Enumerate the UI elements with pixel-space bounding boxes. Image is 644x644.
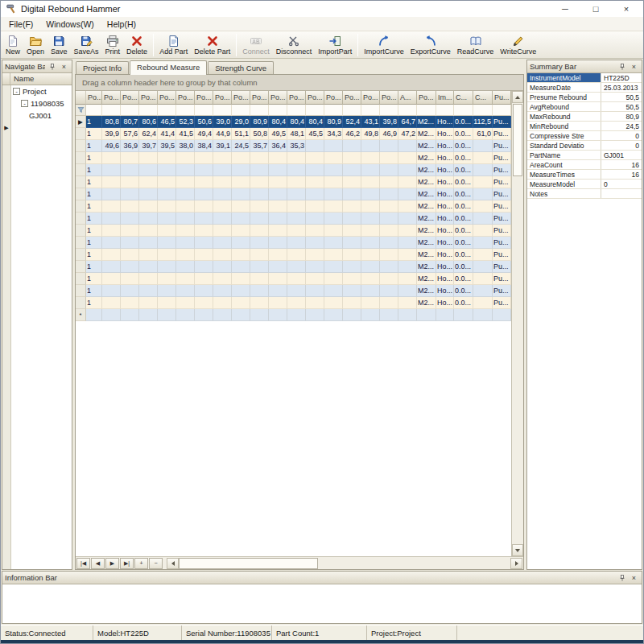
filter-cell[interactable] (232, 105, 250, 116)
vertical-scrollbar[interactable] (511, 91, 523, 556)
property-value[interactable]: 80,9 (601, 112, 642, 121)
saveas-button[interactable]: SaveAs (71, 32, 102, 58)
grid-row[interactable]: 139,957,662,441,441,549,444,951,150,849,… (76, 128, 511, 140)
menu-item-file[interactable]: File(F) (2, 18, 39, 31)
tree-name-column-header[interactable]: Name (10, 73, 72, 85)
grid-row[interactable]: 1M2...Ho...0.0...Pu... (76, 152, 511, 164)
property-value[interactable]: HT225D (601, 73, 642, 82)
property-value[interactable]: 0 (601, 131, 642, 140)
column-header-23[interactable]: Pu... (493, 91, 511, 105)
column-header-12[interactable]: Po... (287, 91, 306, 105)
filter-cell[interactable] (213, 105, 232, 116)
column-header-3[interactable]: Po... (121, 91, 139, 105)
vertical-scrollbar-thumb[interactable] (513, 104, 522, 176)
grid-row[interactable]: 1M2...Ho...0.0...Pu... (76, 200, 511, 213)
new-button[interactable]: New (2, 32, 23, 58)
property-value[interactable]: GJ001 (601, 151, 642, 159)
delete-button[interactable]: Delete (123, 32, 151, 58)
close-icon[interactable]: × (629, 61, 639, 72)
close-icon[interactable]: × (59, 61, 69, 72)
column-header-11[interactable]: Po... (269, 91, 287, 105)
grid-row[interactable]: * (76, 309, 511, 321)
save-button[interactable]: Save (47, 32, 71, 58)
write-curve-button[interactable]: WriteCurve (497, 32, 539, 58)
column-header-14[interactable]: Po... (324, 91, 343, 105)
filter-cell[interactable] (158, 105, 176, 116)
grid-row[interactable]: 1M2...Ho...0.0...Pu... (76, 297, 511, 309)
pin-icon[interactable] (47, 61, 57, 72)
scroll-right-icon[interactable] (510, 558, 522, 569)
grid-row[interactable]: 1M2...Ho...0.0...Pu... (76, 285, 511, 297)
filter-cell[interactable] (86, 105, 102, 116)
print-button[interactable]: Print (102, 32, 124, 58)
expander-icon[interactable]: - (21, 100, 28, 107)
filter-cell[interactable] (250, 105, 269, 116)
column-header-9[interactable]: Po... (232, 91, 250, 105)
last-record-button[interactable]: ▶| (120, 558, 134, 569)
disconnect-button[interactable]: Disconnect (273, 32, 316, 58)
grid-row[interactable]: 1M2...Ho...0.0...Pu... (76, 249, 511, 261)
tree-item-11908035[interactable]: -11908035 (2, 97, 72, 109)
filter-cell[interactable] (102, 105, 121, 116)
close-button[interactable]: × (621, 4, 632, 14)
column-header-17[interactable]: Po... (380, 91, 398, 105)
scroll-down-icon[interactable] (512, 544, 523, 556)
funnel-icon[interactable] (76, 105, 86, 116)
maximize-button[interactable]: □ (590, 4, 601, 14)
filter-cell[interactable] (436, 105, 454, 116)
connect-button[interactable]: ABConnect (239, 32, 273, 58)
open-button[interactable]: Open (23, 32, 47, 58)
column-header-1[interactable]: Po... (86, 91, 102, 105)
filter-cell[interactable] (269, 105, 287, 116)
column-header-5[interactable]: Po... (158, 91, 176, 105)
read-curve-button[interactable]: ReadCurve (454, 32, 497, 58)
import-curve-button[interactable]: ImportCurve (361, 32, 407, 58)
filter-cell[interactable] (417, 105, 436, 116)
column-header-20[interactable]: Im... (436, 91, 454, 105)
column-header-19[interactable]: Po... (417, 91, 436, 105)
column-header-22[interactable]: C... (473, 91, 493, 105)
grid-row[interactable]: 149,636,939,739,538,038,439,124,535,736,… (76, 140, 511, 152)
filter-cell[interactable] (195, 105, 213, 116)
grid-row[interactable]: 1M2...Ho...0.0...Pu... (76, 176, 511, 188)
property-value[interactable]: 25.03.2013 (601, 83, 642, 92)
export-curve-button[interactable]: ExportCurve (407, 32, 454, 58)
pin-icon[interactable] (617, 61, 627, 72)
grid-row[interactable]: 1M2...Ho...0.0...Pu... (76, 261, 511, 273)
pin-icon[interactable] (617, 572, 627, 583)
column-header-16[interactable]: Po... (361, 91, 380, 105)
filter-cell[interactable] (121, 105, 139, 116)
column-header-13[interactable]: Po... (306, 91, 324, 105)
filter-cell[interactable] (398, 105, 417, 116)
filter-cell[interactable] (493, 105, 511, 116)
first-record-button[interactable]: |◀ (76, 558, 90, 569)
grid-row[interactable]: 1M2...Ho...0.0...Pu... (76, 225, 511, 237)
add-part-button[interactable]: Add Part (156, 32, 191, 58)
property-value[interactable]: 0 (601, 180, 642, 188)
filter-cell[interactable] (139, 105, 158, 116)
grid-row[interactable]: 1M2...Ho...0.0...Pu... (76, 188, 511, 200)
minimize-button[interactable]: ─ (559, 4, 571, 14)
column-header-18[interactable]: A... (398, 91, 417, 105)
grid-row[interactable]: 1M2...Ho...0.0...Pu... (76, 164, 511, 176)
import-part-button[interactable]: ImportPart (315, 32, 355, 58)
property-value[interactable]: 24,5 (601, 122, 642, 130)
property-value[interactable]: 16 (601, 160, 642, 169)
grid-row[interactable]: 1M2...Ho...0.0...Pu... (76, 273, 511, 285)
tab-rebound-measure[interactable]: Rebound Measure (130, 60, 207, 75)
horizontal-scrollbar[interactable] (167, 558, 522, 569)
scroll-left-icon[interactable] (167, 558, 179, 569)
delete-part-button[interactable]: Delete Part (191, 32, 233, 58)
column-header-10[interactable]: Po... (250, 91, 269, 105)
append-record-button[interactable]: + (134, 558, 148, 569)
column-header-8[interactable]: Po... (213, 91, 232, 105)
grid-row[interactable]: ▶180,880,780,646,552,350,639,029,080,980… (76, 116, 511, 128)
scroll-up-icon[interactable] (512, 91, 523, 103)
property-value[interactable]: 50,5 (601, 93, 642, 101)
column-header-4[interactable]: Po... (139, 91, 158, 105)
property-value[interactable]: 50,5 (601, 102, 642, 111)
menu-item-windows[interactable]: Windows(W) (39, 18, 101, 31)
property-value[interactable]: 0 (601, 141, 642, 150)
close-icon[interactable]: × (629, 572, 639, 583)
property-value[interactable] (601, 189, 642, 198)
